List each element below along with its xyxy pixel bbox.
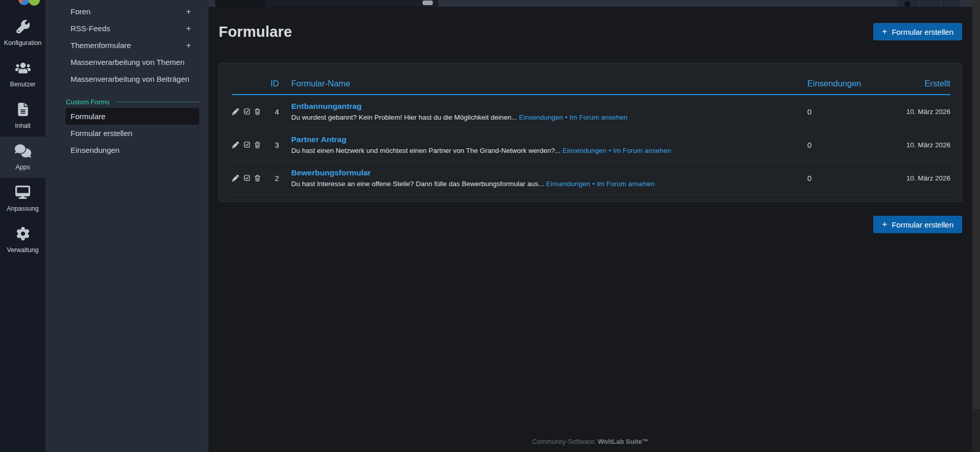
create-form-button-top[interactable]: + Formular erstellen: [873, 23, 962, 40]
vertical-scrollbar[interactable]: [972, 0, 980, 452]
edit-icon[interactable]: [232, 108, 239, 116]
form-name-link[interactable]: Entbannungantrag: [291, 102, 807, 111]
column-header-submissions[interactable]: Einsendungen: [807, 79, 864, 88]
sidebar-item-themenformulare[interactable]: Themenformulare +: [45, 37, 208, 54]
rail-item-label: Verwaltung: [7, 246, 39, 254]
document-icon: [18, 103, 28, 118]
sidebar-item-formulare[interactable]: Formulare: [65, 108, 199, 125]
plus-icon[interactable]: +: [186, 24, 191, 33]
users-icon: [15, 61, 31, 77]
sidebar-item-einsendungen[interactable]: Einsendungen: [45, 142, 208, 159]
table-row: 4 Entbannungantrag Du wurdest gebannt? K…: [232, 95, 950, 128]
edit-icon[interactable]: [232, 141, 239, 149]
row-name-cell: Bewerbungsformular Du hast Interesse an …: [279, 168, 807, 188]
form-name-link[interactable]: Partner Antrag: [291, 135, 807, 144]
create-form-button-bottom[interactable]: + Formular erstellen: [873, 216, 962, 233]
table-header-row: ID Formular-Name Einsendungen Erstellt: [232, 63, 950, 95]
monitor-icon: [15, 186, 30, 201]
acp-window: Konfiguration Benutzer Inhalt Apps Anpas…: [0, 0, 980, 452]
sidebar-section-custom-forms: Custom Forms: [45, 96, 208, 108]
plus-icon: +: [882, 27, 887, 36]
view-in-forum-link[interactable]: Im Forum ansehen: [570, 114, 627, 121]
plus-icon[interactable]: +: [186, 7, 191, 16]
topbar-user-button[interactable]: [897, 0, 919, 7]
toggle-checkbox-icon[interactable]: [244, 141, 250, 148]
topbar-extra-button[interactable]: [942, 0, 960, 7]
rail-item-benutzer[interactable]: Benutzer: [0, 54, 45, 95]
description-text: Du hast einen Netzwerk und möchtest eine…: [291, 147, 561, 154]
delete-icon[interactable]: [254, 174, 261, 182]
rail-item-apps[interactable]: Apps: [0, 137, 45, 178]
submissions-link[interactable]: Einsendungen: [563, 147, 606, 154]
rail-item-anpassung[interactable]: Anpassung: [0, 178, 45, 219]
search-scope-box[interactable]: [216, 0, 266, 7]
plus-icon: +: [882, 220, 887, 229]
link-separator: •: [609, 147, 611, 154]
search-shortcut-icon: [423, 1, 433, 5]
toggle-checkbox-icon[interactable]: [244, 174, 250, 182]
column-header-name[interactable]: Formular-Name: [279, 79, 807, 88]
content: Formulare + Formular erstellen ID Formul…: [208, 7, 972, 452]
view-in-forum-link[interactable]: Im Forum ansehen: [613, 147, 671, 154]
delete-icon[interactable]: [254, 108, 261, 116]
row-actions: [232, 141, 261, 149]
delete-icon[interactable]: [254, 141, 261, 149]
wrench-icon: [16, 20, 30, 35]
sidebar-item-formular-erstellen[interactable]: Formular erstellen: [45, 125, 208, 142]
form-description: Du hast einen Netzwerk und möchtest eine…: [291, 147, 807, 154]
rail-item-label: Inhalt: [15, 122, 31, 129]
toggle-checkbox-icon[interactable]: [244, 108, 250, 115]
form-name-link[interactable]: Bewerbungsformular: [291, 168, 807, 177]
app-sidebar: Foren + RSS-Feeds + Themenformulare + Ma…: [45, 0, 208, 452]
created-date: 10. März 2026: [864, 108, 950, 116]
sidebar-item-massenverarbeitung-beitraege[interactable]: Massenverarbeitung von Beiträgen: [45, 71, 208, 87]
topbar-search-input[interactable]: [215, 0, 438, 7]
submissions-count: 0: [807, 141, 864, 149]
sidebar-item-rss-feeds[interactable]: RSS-Feeds +: [45, 20, 208, 37]
description-text: Du hast Interesse an eine offene Stelle?…: [291, 180, 544, 188]
form-description: Du hast Interesse an eine offene Stelle?…: [291, 180, 807, 188]
sidebar-item-label: Themenformulare: [71, 41, 131, 50]
rail-nav: Konfiguration Benutzer Inhalt Apps Anpas…: [0, 12, 45, 261]
row-actions: [232, 174, 261, 182]
section-divider: [116, 102, 199, 102]
woltlab-logo[interactable]: [0, 0, 45, 7]
page-header: Formulare + Formular erstellen: [219, 22, 962, 41]
topbar-menu-button[interactable]: [920, 0, 941, 7]
submissions-link[interactable]: Einsendungen: [546, 180, 590, 188]
edit-icon[interactable]: [232, 174, 239, 182]
submissions-link[interactable]: Einsendungen: [519, 114, 563, 121]
row-name-cell: Entbannungantrag Du wurdest gebannt? Kei…: [279, 102, 807, 121]
rail-item-inhalt[interactable]: Inhalt: [0, 95, 45, 137]
sidebar-item-label: Formular erstellen: [71, 129, 132, 138]
sidebar-item-label: Formulare: [71, 112, 105, 121]
create-form-button-label: Formular erstellen: [892, 220, 953, 229]
row-actions: [232, 108, 261, 116]
scrollbar-thumb[interactable]: [972, 0, 980, 409]
comments-icon: [15, 144, 31, 160]
link-separator: •: [565, 114, 568, 121]
forms-table-card: ID Formular-Name Einsendungen Erstellt 4…: [219, 63, 962, 202]
row-name-cell: Partner Antrag Du hast einen Netzwerk un…: [279, 135, 807, 154]
rail-item-verwaltung[interactable]: Verwaltung: [0, 219, 45, 261]
column-header-created[interactable]: Erstellt: [864, 79, 950, 88]
created-date: 10. März 2026: [864, 174, 950, 182]
footer-prefix: Community-Software:: [532, 438, 596, 445]
view-in-forum-link[interactable]: Im Forum ansehen: [597, 180, 655, 188]
submissions-count: 0: [807, 107, 864, 116]
icon-rail: Konfiguration Benutzer Inhalt Apps Anpas…: [0, 0, 45, 452]
copyright-footer: Community-Software: WoltLab Suite™: [219, 438, 962, 452]
rail-item-konfiguration[interactable]: Konfiguration: [0, 12, 45, 54]
sidebar-item-label: Massenverarbeitung von Themen: [71, 58, 184, 66]
sidebar-item-label: Foren: [71, 7, 90, 16]
rail-item-label: Apps: [15, 164, 30, 171]
section-label: Custom Forms: [66, 98, 109, 106]
row-id: 4: [261, 107, 279, 116]
plus-icon[interactable]: +: [186, 41, 191, 50]
sidebar-item-label: Massenverarbeitung von Beiträgen: [71, 75, 190, 83]
column-header-id[interactable]: ID: [261, 79, 279, 88]
sidebar-item-massenverarbeitung-themen[interactable]: Massenverarbeitung von Themen: [45, 54, 208, 71]
logo-green-circle: [29, 0, 40, 6]
sidebar-item-foren[interactable]: Foren +: [45, 3, 208, 20]
sidebar-item-label: RSS-Feeds: [71, 24, 110, 33]
